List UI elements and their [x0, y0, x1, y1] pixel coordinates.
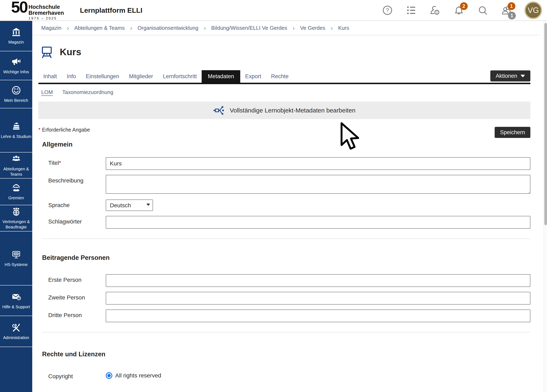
actions-button[interactable]: Aktionen [490, 70, 530, 81]
sprache-select[interactable]: Deutsch [106, 199, 153, 211]
titel-label: Titel* [48, 157, 106, 166]
titel-input[interactable] [106, 157, 530, 170]
mail-question-icon: ? [11, 292, 21, 302]
field-row-dritte-person: Dritte Person [38, 310, 530, 322]
help-icon[interactable]: ? [382, 4, 393, 16]
section-divider [42, 332, 530, 332]
sidebar-item-abteilungen-teams[interactable]: Abteilungen & Teams [0, 153, 32, 179]
breadcrumb: Magazin › Abteilungen & Teams › Organisa… [32, 21, 540, 35]
university-logo[interactable]: 50 Hochschule Bremerhaven 1975 – 2025 [11, 0, 64, 20]
logo-line1: Hochschule [28, 4, 64, 10]
section-divider [42, 238, 530, 239]
chevron-right-icon: › [67, 24, 69, 32]
tab-lernfortschritt[interactable]: Lernfortschritt [158, 70, 202, 83]
zweite-person-input[interactable] [106, 292, 530, 304]
user-alert-icon[interactable]: ! [429, 4, 441, 16]
section-heading-rechte: Rechte und Lizenzen [42, 351, 530, 358]
schlagwoerter-input[interactable] [106, 216, 530, 229]
contacts-icon[interactable]: 1 1 [501, 4, 513, 16]
required-asterisk: * [59, 160, 61, 166]
svg-text:?: ? [18, 297, 20, 300]
contacts-badge-bottom: 1 [508, 12, 516, 20]
breadcrumb-abteilungen[interactable]: Abteilungen & Teams [74, 25, 125, 31]
tab-rechte[interactable]: Rechte [266, 70, 294, 83]
tools-icon [11, 323, 21, 332]
megaphone-icon [11, 57, 21, 67]
svg-text:!: ! [436, 10, 438, 14]
copyright-option-label: All rights reserved [115, 372, 161, 379]
tab-mitglieder[interactable]: Mitglieder [124, 70, 158, 83]
menu-list-icon[interactable] [405, 4, 417, 16]
sidebar-item-magazin[interactable]: Magazin [0, 21, 32, 51]
dritte-person-input[interactable] [106, 310, 530, 322]
zweite-person-label: Zweite Person [48, 292, 106, 301]
sidebar-item-lehre-studium[interactable]: Lehre & Studium [0, 108, 32, 153]
erste-person-input[interactable] [106, 274, 530, 287]
erste-person-label: Erste Person [48, 274, 106, 283]
sidebar-item-vertretungen[interactable]: Vertretungen & Beauftragte [0, 205, 32, 231]
tab-metadaten[interactable]: Metadaten [202, 70, 240, 83]
header-toolbar: ? ! 2 [382, 1, 547, 19]
tab-bar: Inhalt Info Einstellungen Mitglieder Ler… [38, 70, 530, 84]
sidebar-item-administration[interactable]: Administration [0, 316, 32, 347]
tab-export[interactable]: Export [240, 70, 266, 83]
metadata-form: Titel* Beschreibung Sprache Deutsch [38, 157, 530, 380]
field-row-sprache: Sprache Deutsch [38, 199, 530, 211]
scrollbar-thumb[interactable] [544, 23, 547, 225]
sidebar-item-hilfe-support[interactable]: ? Hilfe & Support [0, 285, 32, 316]
field-row-titel: Titel* [38, 157, 530, 170]
field-row-zweite-person: Zweite Person [38, 292, 530, 304]
chevron-right-icon: › [130, 24, 132, 32]
app-title: Lernplattform ELLI [80, 6, 142, 14]
banner-label: Vollständige Lernobjekt-Metadaten bearbe… [230, 107, 356, 114]
page-title-row: Kurs [38, 45, 530, 59]
section-heading-beitragende: Beitragende Personen [42, 254, 530, 262]
course-easel-icon [40, 45, 54, 59]
subtab-taxonomiezuordnung[interactable]: Taxonomiezuordnung [62, 89, 113, 95]
main-sidebar: Magazin Wichtige Infos Mein Bereich Lehr… [0, 21, 32, 392]
field-row-erste-person: Erste Person [38, 274, 530, 287]
required-asterisk: * [38, 127, 41, 133]
tab-info[interactable]: Info [62, 70, 81, 83]
required-save-row: *Erforderliche Angabe Speichern [38, 127, 530, 138]
beschreibung-label: Beschreibung [48, 175, 106, 184]
chevron-down-icon [520, 75, 525, 77]
avatar[interactable]: VG [524, 1, 542, 19]
chevron-right-icon: › [331, 24, 333, 32]
save-button[interactable]: Speichern [495, 127, 530, 138]
breadcrumb-organisationsentwicklung[interactable]: Organisationsentwicklung [137, 25, 198, 31]
search-icon[interactable] [477, 4, 489, 16]
globe-people-icon [11, 207, 21, 216]
breadcrumb-bildung-wissen[interactable]: Bildung/Wissen/ELLI Ve Gerdes [211, 25, 287, 31]
notification-badge: 2 [460, 2, 468, 10]
people-group-icon [11, 154, 21, 164]
field-row-schlagwoerter: Schlagwörter [38, 216, 530, 229]
assembly-icon [11, 183, 21, 193]
chevron-right-icon: › [293, 24, 295, 32]
sidebar-item-mein-bereich[interactable]: Mein Bereich [0, 80, 32, 108]
vertical-scrollbar[interactable] [544, 21, 547, 392]
sidebar-item-hs-systeme[interactable]: HS-Systeme [0, 231, 32, 285]
sidebar-item-wichtige-infos[interactable]: Wichtige Infos [0, 51, 32, 80]
subtab-bar: LOM Taxonomiezuordnung [41, 89, 530, 95]
breadcrumb-ve-gerdes[interactable]: Ve Gerdes [300, 25, 325, 31]
sidebar-item-gremien[interactable]: Gremien [0, 179, 32, 205]
tab-inhalt[interactable]: Inhalt [38, 70, 62, 83]
breadcrumb-magazin[interactable]: Magazin [41, 25, 62, 31]
main-area: Magazin › Abteilungen & Teams › Organisa… [32, 21, 540, 392]
copyright-radio[interactable] [106, 372, 112, 379]
field-row-copyright: Copyright All rights reserved [38, 371, 530, 380]
beschreibung-textarea[interactable] [106, 175, 530, 194]
monitor-icon [11, 250, 21, 259]
edit-full-metadata-banner[interactable]: Vollständige Lernobjekt-Metadaten bearbe… [38, 101, 530, 119]
smiley-icon [11, 85, 21, 95]
sprache-label: Sprache [48, 199, 106, 209]
dritte-person-label: Dritte Person [48, 310, 106, 318]
copyright-label: Copyright [48, 371, 106, 380]
share-nodes-icon [213, 105, 225, 116]
breadcrumb-kurs[interactable]: Kurs [338, 25, 349, 31]
bell-icon[interactable]: 2 [453, 4, 465, 16]
subtab-lom[interactable]: LOM [41, 89, 53, 95]
logo-years: 1975 – 2025 [28, 16, 64, 20]
tab-einstellungen[interactable]: Einstellungen [81, 70, 124, 83]
